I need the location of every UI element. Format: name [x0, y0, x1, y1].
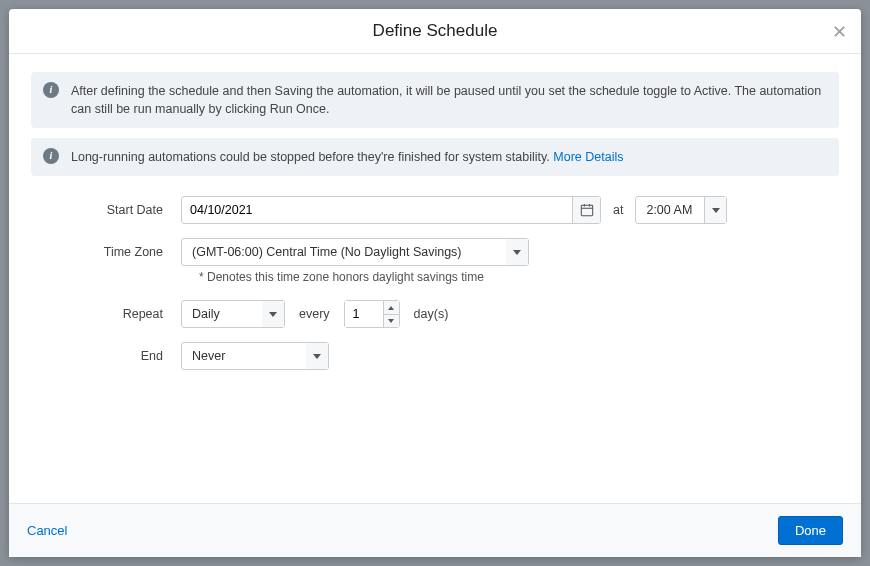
svg-rect-0	[581, 206, 592, 217]
start-time-select[interactable]: 2:00 AM	[635, 196, 727, 224]
start-date-label: Start Date	[31, 203, 181, 217]
repeat-label: Repeat	[31, 307, 181, 321]
time-zone-value: (GMT-06:00) Central Time (No Daylight Sa…	[182, 239, 506, 265]
close-icon[interactable]: ✕	[832, 23, 847, 41]
done-button[interactable]: Done	[778, 516, 843, 545]
modal-body: i After defining the schedule and then S…	[9, 54, 861, 503]
modal-footer: Cancel Done	[9, 503, 861, 557]
cancel-button[interactable]: Cancel	[27, 523, 67, 538]
every-label: every	[293, 307, 336, 321]
time-zone-label: Time Zone	[31, 245, 181, 259]
days-unit-label: day(s)	[408, 307, 455, 321]
tz-helper-text: * Denotes this time zone honors daylight…	[199, 270, 839, 284]
info-box-long-running: i Long-running automations could be stop…	[31, 138, 839, 176]
end-label: End	[31, 349, 181, 363]
modal-title: Define Schedule	[29, 21, 841, 41]
at-label: at	[609, 203, 627, 217]
info-box-paused: i After defining the schedule and then S…	[31, 72, 839, 128]
info-text: After defining the schedule and then Sav…	[71, 84, 821, 116]
chevron-down-icon[interactable]	[306, 343, 328, 369]
define-schedule-modal: Define Schedule ✕ i After defining the s…	[9, 9, 861, 557]
end-select[interactable]: Never	[181, 342, 329, 370]
chevron-down-icon[interactable]	[506, 239, 528, 265]
more-details-link[interactable]: More Details	[553, 150, 623, 164]
chevron-down-icon[interactable]	[262, 301, 284, 327]
start-date-input[interactable]	[182, 197, 572, 223]
stepper-down-icon[interactable]	[384, 314, 399, 328]
repeat-select[interactable]: Daily	[181, 300, 285, 328]
modal-header: Define Schedule ✕	[9, 9, 861, 54]
repeat-value: Daily	[182, 301, 262, 327]
calendar-icon[interactable]	[572, 197, 600, 223]
info-icon: i	[43, 148, 59, 164]
every-count-input[interactable]	[345, 301, 383, 327]
info-icon: i	[43, 82, 59, 98]
start-time-value: 2:00 AM	[636, 197, 704, 223]
end-value: Never	[182, 343, 306, 369]
info-text: Long-running automations could be stoppe…	[71, 150, 553, 164]
stepper-up-icon[interactable]	[384, 301, 399, 314]
time-zone-select[interactable]: (GMT-06:00) Central Time (No Daylight Sa…	[181, 238, 529, 266]
chevron-down-icon[interactable]	[704, 197, 726, 223]
